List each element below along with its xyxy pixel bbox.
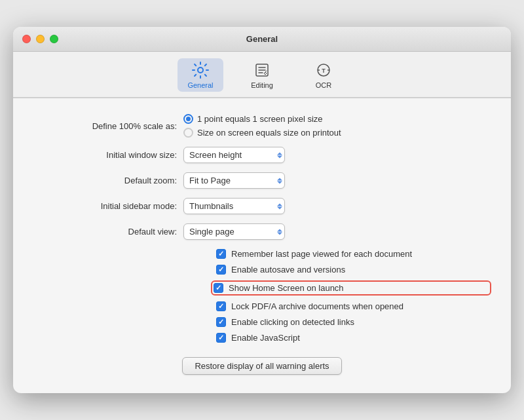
scale-option1[interactable]: 1 point equals 1 screen pixel size — [183, 114, 341, 124]
window-size-select[interactable]: Screen height — [183, 147, 285, 163]
tab-general[interactable]: General — [178, 58, 223, 92]
zoom-select-wrapper: Fit to Page — [183, 172, 285, 189]
scale-option2-label: Size on screen equals size on printout — [197, 128, 341, 138]
view-select[interactable]: Single page — [183, 223, 285, 240]
checkbox-homescreen[interactable]: Show Home Screen on launch — [211, 280, 491, 296]
checkbox-remember-box[interactable] — [216, 249, 226, 259]
window-size-value: Screen height — [189, 150, 242, 160]
checkbox-homescreen-box[interactable] — [214, 283, 223, 293]
ocr-icon: T — [314, 61, 333, 79]
checkboxes-section: Remember last page viewed for each docum… — [216, 249, 491, 343]
scale-radio1[interactable] — [183, 114, 193, 124]
scale-radio2[interactable] — [183, 128, 193, 138]
checkbox-autosave[interactable]: Enable autosave and versions — [216, 265, 491, 275]
checkbox-lockpdf-label: Lock PDF/A archive documents when opened — [231, 301, 403, 311]
toolbar: General Editing T OCR — [13, 52, 511, 98]
tab-ocr-label: OCR — [316, 81, 331, 89]
window-size-label: Initial window size: — [33, 150, 177, 160]
close-button[interactable] — [22, 35, 31, 43]
restore-button[interactable]: Restore display of all warning alerts — [182, 357, 341, 375]
tab-ocr[interactable]: T OCR — [301, 58, 346, 92]
sidebar-label: Initial sidebar mode: — [33, 201, 177, 211]
view-row: Default view: Single page — [33, 223, 491, 240]
scale-radio-group: 1 point equals 1 screen pixel size Size … — [183, 114, 341, 138]
window-size-select-wrapper: Screen height — [183, 147, 285, 163]
editing-icon — [253, 61, 271, 79]
sidebar-select-wrapper: Thumbnails — [183, 198, 285, 214]
checkbox-links-label: Enable clicking on detected links — [231, 317, 354, 327]
restore-section: Restore display of all warning alerts — [33, 357, 491, 375]
checkbox-javascript-box[interactable] — [216, 333, 226, 343]
sidebar-value: Thumbnails — [189, 201, 233, 211]
scale-option2[interactable]: Size on screen equals size on printout — [183, 128, 341, 138]
zoom-row: Default zoom: Fit to Page — [33, 172, 491, 189]
zoom-value: Fit to Page — [189, 176, 231, 185]
checkbox-links-box[interactable] — [216, 317, 226, 327]
scale-label: Define 100% scale as: — [33, 121, 177, 131]
zoom-select[interactable]: Fit to Page — [183, 172, 285, 189]
view-select-wrapper: Single page — [183, 223, 285, 240]
tab-editing-label: Editing — [251, 81, 273, 89]
tab-editing[interactable]: Editing — [239, 58, 285, 92]
content-area: Define 100% scale as: 1 point equals 1 s… — [13, 98, 511, 393]
minimize-button[interactable] — [36, 35, 45, 43]
checkbox-homescreen-label: Show Home Screen on launch — [229, 283, 344, 293]
preferences-window: General General Editing T — [13, 27, 511, 393]
sidebar-row: Initial sidebar mode: Thumbnails — [33, 198, 491, 214]
titlebar: General — [13, 27, 511, 52]
checkbox-links[interactable]: Enable clicking on detected links — [216, 317, 491, 327]
checkbox-remember-label: Remember last page viewed for each docum… — [231, 249, 412, 259]
svg-text:T: T — [322, 67, 326, 74]
window-size-row: Initial window size: Screen height — [33, 147, 491, 163]
sidebar-select[interactable]: Thumbnails — [183, 198, 285, 214]
general-icon — [191, 61, 210, 79]
view-label: Default view: — [33, 227, 177, 237]
scale-row: Define 100% scale as: 1 point equals 1 s… — [33, 114, 491, 138]
checkbox-javascript-label: Enable JavaScript — [231, 333, 300, 343]
checkbox-autosave-box[interactable] — [216, 265, 226, 275]
zoom-label: Default zoom: — [33, 176, 177, 185]
checkbox-lockpdf-box[interactable] — [216, 301, 226, 311]
traffic-lights — [22, 35, 58, 43]
checkbox-javascript[interactable]: Enable JavaScript — [216, 333, 491, 343]
tab-general-label: General — [187, 81, 213, 89]
window-title: General — [246, 34, 278, 44]
svg-point-0 — [198, 67, 203, 73]
maximize-button[interactable] — [50, 35, 58, 43]
scale-option1-label: 1 point equals 1 screen pixel size — [197, 114, 323, 124]
checkbox-remember[interactable]: Remember last page viewed for each docum… — [216, 249, 491, 259]
checkbox-lockpdf[interactable]: Lock PDF/A archive documents when opened — [216, 301, 491, 311]
view-value: Single page — [189, 227, 234, 237]
checkbox-autosave-label: Enable autosave and versions — [231, 265, 345, 275]
